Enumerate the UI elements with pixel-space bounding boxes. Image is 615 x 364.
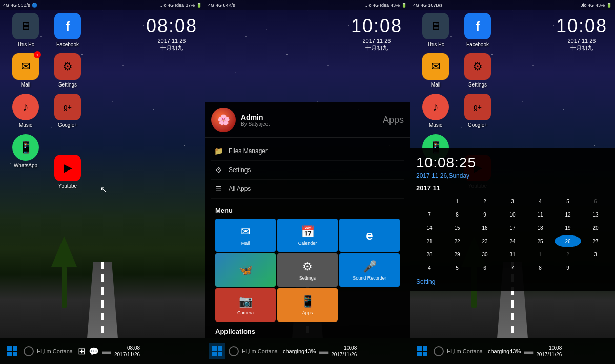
- clock-right: 10:08 2017 11 26 十月初九: [556, 15, 607, 52]
- cal-d24[interactable]: 24: [499, 235, 526, 247]
- sidebar-item-allapps[interactable]: ☰ All Apps: [211, 180, 404, 199]
- app-settings-left[interactable]: ⚙ Settings: [50, 53, 86, 88]
- cal-d31[interactable]: 31: [499, 248, 526, 261]
- cal-d21[interactable]: 21: [416, 235, 443, 247]
- tile-mail[interactable]: ✉ Mail: [215, 219, 276, 252]
- app-google-left[interactable]: g+ Google+: [50, 94, 86, 128]
- allapps-icon: ☰: [213, 184, 223, 194]
- apps-tile-label: Apps: [302, 310, 313, 315]
- cal-d12[interactable]: 12: [555, 208, 581, 221]
- cal-d13[interactable]: 13: [582, 208, 609, 221]
- taskbar-whatsapp-left[interactable]: 💬: [89, 347, 99, 356]
- app-music-right[interactable]: ♪ Music: [418, 94, 454, 128]
- cal-d27[interactable]: 27: [582, 235, 609, 247]
- cortana-circle-left[interactable]: [24, 346, 34, 356]
- tile-recorder[interactable]: 🎤 Sound Recorder: [339, 253, 400, 287]
- start-menu-header: 🌸 Admin By Satyajeet Apps: [205, 102, 410, 138]
- cal-d32[interactable]: 1: [527, 248, 554, 261]
- app-facebook-left[interactable]: f Facebook: [50, 13, 86, 47]
- sidebar-item-files[interactable]: 📁 Files Manager: [211, 142, 404, 161]
- taskbar-search-middle[interactable]: Hi,I'm Cortana: [242, 348, 278, 354]
- win-button-right[interactable]: [414, 343, 430, 359]
- tile-photo[interactable]: 🦋: [215, 253, 276, 287]
- facebook-icon-left: f: [54, 13, 81, 39]
- cal-r3d4[interactable]: 6: [471, 262, 498, 274]
- tile-camera[interactable]: 📷 Camera: [215, 288, 276, 322]
- cal-d33[interactable]: 2: [555, 248, 581, 261]
- cal-r3d2[interactable]: 4: [416, 262, 443, 274]
- road-path-left: [87, 262, 118, 338]
- cal-d28[interactable]: 28: [416, 248, 443, 261]
- cal-d23[interactable]: 23: [471, 235, 498, 247]
- taskbar-search-right[interactable]: Hi,I'm Cortana: [447, 348, 483, 354]
- cal-d4[interactable]: 4: [527, 195, 554, 207]
- app-youtube-left[interactable]: ▶ Youtube: [50, 155, 86, 189]
- carrier-left: Jio 4G Idea: [160, 3, 184, 8]
- app-mail-left[interactable]: ✉ 1 Mail: [8, 53, 44, 88]
- app-mail-right[interactable]: ✉ Mail: [418, 53, 454, 88]
- carrier-middle: Jio 4G Idea: [365, 3, 389, 8]
- cal-d6[interactable]: 6: [582, 195, 609, 207]
- app-facebook-right[interactable]: f Facebook: [460, 13, 496, 47]
- whatsapp-label-left: WhatsApp: [14, 163, 37, 168]
- cal-d10[interactable]: 10: [499, 208, 526, 221]
- win-button-left[interactable]: [4, 343, 20, 359]
- cal-d8[interactable]: 8: [444, 208, 470, 221]
- cortana-circle-right[interactable]: [434, 346, 444, 356]
- admin-sub: By Satyajeet: [241, 121, 270, 127]
- cal-d25[interactable]: 25: [527, 235, 554, 247]
- cal-d5[interactable]: 5: [555, 195, 581, 207]
- start-menu: 🌸 Admin By Satyajeet Apps 📁 Files Manage…: [205, 102, 410, 338]
- cal-d1[interactable]: 1: [444, 195, 470, 207]
- taskbar-clock-left: 08:08 2017/11/26: [114, 345, 140, 358]
- app-whatsapp-left[interactable]: 📱 WhatsApp: [8, 134, 44, 168]
- cal-r3d6[interactable]: 8: [527, 262, 554, 274]
- files-label: Files Manager: [229, 147, 268, 155]
- cal-r3d5[interactable]: 7: [499, 262, 526, 274]
- cal-d16[interactable]: 16: [471, 222, 498, 234]
- cal-row3-start[interactable]: 3: [582, 248, 609, 261]
- svg-rect-11: [423, 352, 427, 356]
- app-settings-right[interactable]: ⚙ Settings: [460, 53, 496, 88]
- cal-d14[interactable]: 14: [416, 222, 443, 234]
- calendar-setting-link[interactable]: Setting: [416, 278, 609, 285]
- svg-rect-9: [423, 346, 427, 351]
- tile-settings[interactable]: ⚙ Settings: [277, 253, 338, 287]
- sidebar-item-settings[interactable]: ⚙ Settings: [211, 161, 404, 180]
- taskbar-search-left[interactable]: Hi,I'm Cortana: [37, 348, 73, 354]
- cal-r3d3[interactable]: 5: [444, 262, 470, 274]
- app-this-pc-left[interactable]: 🖥 This Pc: [8, 13, 44, 47]
- tile-apps[interactable]: 📱 Apps: [277, 288, 338, 322]
- cal-d20[interactable]: 20: [582, 222, 609, 234]
- app-google-right[interactable]: g+ Google+: [460, 94, 496, 128]
- mail-badge-left: 1: [34, 51, 41, 58]
- cal-d22[interactable]: 22: [444, 235, 470, 247]
- music-label-right: Music: [429, 122, 442, 128]
- cal-d30[interactable]: 30: [471, 248, 498, 261]
- cal-d18[interactable]: 18: [527, 222, 554, 234]
- cal-d15[interactable]: 15: [444, 222, 470, 234]
- cal-d2[interactable]: 2: [471, 195, 498, 207]
- cal-r3d7[interactable]: 9: [555, 262, 581, 274]
- windows-logo-right: [417, 346, 427, 356]
- cal-d26-today[interactable]: 26: [555, 235, 581, 247]
- tile-edge[interactable]: e: [339, 219, 400, 252]
- cal-d3[interactable]: 3: [499, 195, 526, 207]
- taskbar-icon-xw-left[interactable]: ⊞: [78, 346, 86, 357]
- tiles-area: Menu ✉ Mail 📅 Calender e: [205, 203, 410, 338]
- cal-d11[interactable]: 11: [527, 208, 554, 221]
- win-button-middle[interactable]: [209, 343, 225, 359]
- cal-d29[interactable]: 29: [444, 248, 470, 261]
- cal-d17[interactable]: 17: [499, 222, 526, 234]
- app-music-left[interactable]: ♪ Music: [8, 94, 44, 128]
- photo-tile-icon: 🦋: [239, 264, 253, 277]
- mail-label-right: Mail: [431, 82, 440, 88]
- cal-d7[interactable]: 7: [416, 208, 443, 221]
- cal-d19[interactable]: 19: [555, 222, 581, 234]
- app-this-pc-right[interactable]: 🖥 This Pc: [418, 13, 454, 47]
- cal-d9[interactable]: 9: [471, 208, 498, 221]
- cortana-circle-middle[interactable]: [229, 346, 239, 356]
- network-middle: 4G: [208, 3, 214, 8]
- status-bar-right: 4G 4G 107B/s Jio 4G 43% 🔋: [410, 0, 615, 10]
- tile-calendar[interactable]: 📅 Calender: [277, 219, 338, 252]
